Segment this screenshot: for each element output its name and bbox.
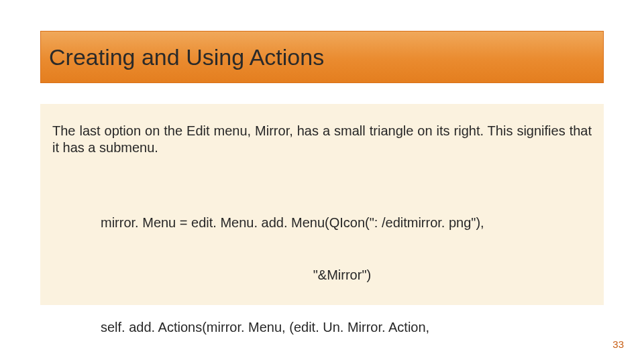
slide-title: Creating and Using Actions: [49, 44, 324, 70]
code-line: mirror. Menu = edit. Menu. add. Menu(QIc…: [101, 214, 592, 231]
intro-text: The last option on the Edit menu, Mirror…: [52, 123, 592, 156]
body-panel: The last option on the Edit menu, Mirror…: [40, 104, 604, 305]
slide: Creating and Using Actions The last opti…: [0, 0, 644, 362]
title-bar: Creating and Using Actions: [40, 31, 604, 83]
page-number: 33: [612, 339, 624, 350]
code-line: "&Mirror"): [101, 266, 592, 284]
code-block: mirror. Menu = edit. Menu. add. Menu(QIc…: [52, 179, 592, 362]
code-line: self. add. Actions(mirror. Menu, (edit. …: [101, 318, 592, 336]
